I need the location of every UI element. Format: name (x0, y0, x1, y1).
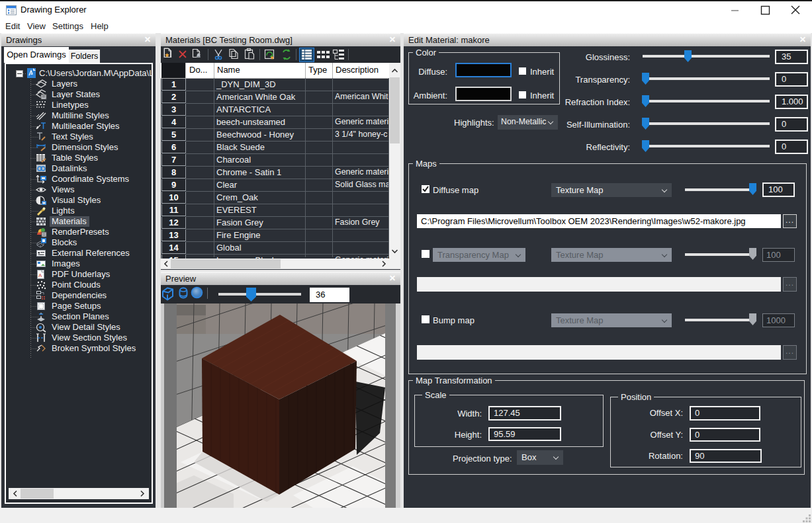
svg-text:A: A (38, 272, 42, 278)
